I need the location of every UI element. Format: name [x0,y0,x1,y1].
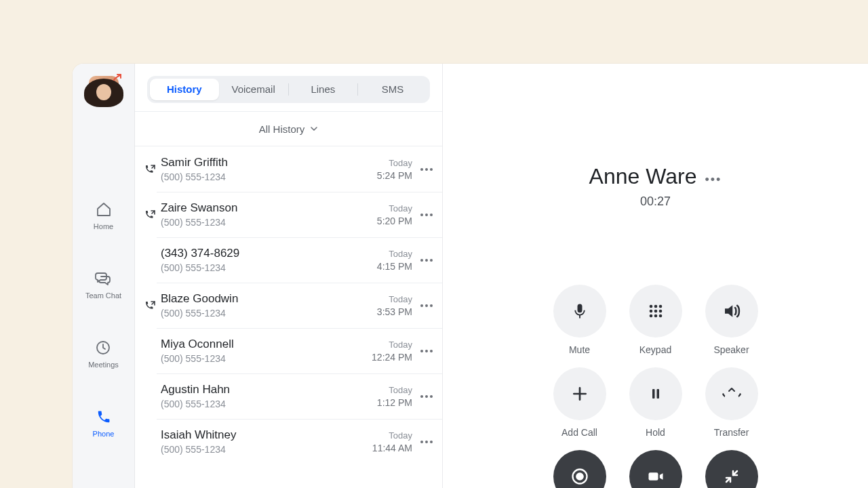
minimize-button[interactable] [705,450,758,488]
speaker-icon [705,285,758,338]
call-time: Today 3:53 PM [377,294,412,317]
call-row[interactable]: Blaze Goodwin (500) 555-1234 Today 3:53 … [135,283,442,328]
call-hour: 1:12 PM [377,397,412,408]
call-number: (500) 555-1234 [161,353,372,364]
call-info: Blaze Goodwin (500) 555-1234 [161,292,377,319]
svg-rect-32 [656,389,659,399]
svg-point-2 [425,168,428,171]
svg-rect-35 [648,472,658,481]
outgoing-call-icon [144,209,157,220]
nav-meetings[interactable]: Meetings [88,339,119,369]
call-name: Agustin Hahn [161,383,377,396]
nav-phone[interactable]: Phone [93,408,115,438]
call-info: Miya Oconnell (500) 555-1234 [161,338,372,364]
call-hour: 4:15 PM [377,261,412,272]
clock-icon [94,339,112,357]
button-label: Mute [569,344,590,355]
tab-history[interactable]: History [150,79,219,100]
profile-avatar[interactable] [89,76,119,106]
button-label: Speaker [713,344,749,355]
pause-icon [629,367,682,420]
active-call-panel: Anne Ware ••• 00:27 Mute Keypad [443,64,868,488]
call-time: Today 11:44 AM [372,430,412,453]
call-more-icon[interactable] [416,159,437,180]
hold-button[interactable]: Hold [629,367,682,438]
chevron-down-icon [310,123,318,135]
svg-point-16 [420,395,423,398]
nav-label: Team Chat [85,291,121,300]
call-info: Zaire Swanson (500) 555-1234 [161,201,377,228]
nav-label: Meetings [88,361,119,369]
call-hour: 12:24 PM [372,352,412,363]
call-name: Zaire Swanson [161,201,377,215]
call-day: Today [372,430,412,441]
call-info: Samir Griffith (500) 555-1234 [161,156,377,182]
svg-point-20 [425,441,428,443]
call-time: Today 12:24 PM [372,340,412,363]
svg-point-3 [430,168,433,171]
record-icon [553,450,606,488]
call-row[interactable]: Isaiah Whitney (500) 555-1234 Today 11:4… [135,419,442,464]
button-label: Hold [646,427,665,438]
call-more-icon[interactable] [416,386,437,407]
svg-point-30 [658,314,662,318]
call-number: (500) 555-1234 [161,399,377,409]
svg-point-26 [654,310,657,313]
svg-point-25 [649,310,652,313]
video-button[interactable] [629,450,682,488]
call-more-icon[interactable] [416,296,437,316]
sidebar: Home Team Chat Meetings Phone [73,64,135,488]
call-time: Today 5:20 PM [377,203,412,226]
svg-point-4 [420,214,423,216]
record-button[interactable] [553,450,606,488]
call-name: Samir Griffith [161,156,377,169]
call-more-icon[interactable] [416,341,437,361]
keypad-button[interactable]: Keypad [629,285,682,355]
history-filter[interactable]: All History [135,111,442,146]
svg-point-13 [420,350,423,352]
callee-more-icon[interactable]: ••• [705,173,722,187]
call-name: (343) 374-8629 [161,247,377,260]
call-row[interactable]: (343) 374-8629 (500) 555-1234 Today 4:15… [135,237,442,283]
call-row[interactable]: Miya Oconnell (500) 555-1234 Today 12:24… [135,328,442,373]
segmented-control: History Voicemail Lines SMS [147,76,430,103]
button-label: Transfer [714,427,749,438]
call-row[interactable]: Samir Griffith (500) 555-1234 Today 5:24… [135,146,442,192]
svg-point-27 [658,310,662,313]
call-more-icon[interactable] [416,205,437,225]
tabs-container: History Voicemail Lines SMS [135,64,442,111]
mute-button[interactable]: Mute [553,285,606,355]
svg-point-7 [420,259,423,262]
call-more-icon[interactable] [416,250,437,270]
svg-point-17 [425,395,428,398]
call-more-icon[interactable] [416,432,437,452]
keypad-icon [629,285,682,338]
call-day: Today [377,249,412,259]
transfer-button[interactable]: Transfer [705,367,758,438]
svg-point-34 [576,472,584,481]
tab-lines[interactable]: Lines [289,79,358,100]
svg-point-24 [658,305,662,308]
nav-team-chat[interactable]: Team Chat [85,270,121,300]
add-call-button[interactable]: Add Call [553,367,606,438]
history-panel: History Voicemail Lines SMS All History … [135,64,443,488]
nav-home[interactable]: Home [94,201,113,230]
outgoing-call-icon [144,164,157,175]
speaker-button[interactable]: Speaker [705,285,758,355]
call-row[interactable]: Zaire Swanson (500) 555-1234 Today 5:20 … [135,192,442,237]
call-info: Agustin Hahn (500) 555-1234 [161,383,377,409]
callee-name: Anne Ware [589,164,697,189]
svg-point-21 [430,441,433,443]
chat-icon [94,270,112,287]
tab-voicemail[interactable]: Voicemail [219,79,288,100]
button-label: Keypad [639,344,671,355]
svg-point-22 [649,305,652,308]
svg-point-11 [425,304,428,307]
tab-sms[interactable]: SMS [358,79,427,100]
button-label: Add Call [561,427,597,438]
call-hour: 11:44 AM [372,443,412,453]
minimize-icon [705,450,758,488]
nav-label: Phone [93,430,115,438]
call-row[interactable]: Agustin Hahn (500) 555-1234 Today 1:12 P… [135,373,442,419]
call-number: (500) 555-1234 [161,262,377,273]
